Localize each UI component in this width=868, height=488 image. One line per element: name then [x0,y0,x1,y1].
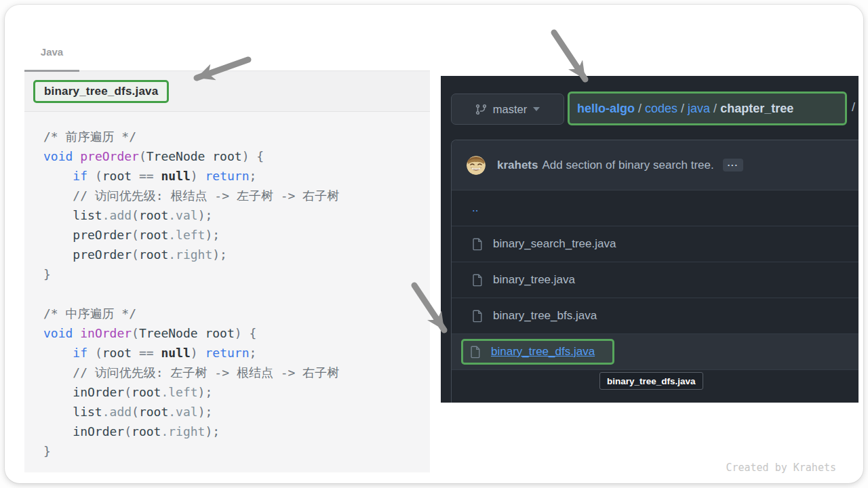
code-line: list.add(root.val); [43,205,430,225]
code-line: } [43,264,430,284]
breadcrumb-trailing-slash: / [852,100,855,115]
git-branch-icon [475,104,487,115]
code-line: /* 前序遍历 */ [43,127,430,146]
credit-text: Created by Krahets [726,462,836,474]
code-line: inOrder(root.left); [43,382,430,402]
tab-java[interactable]: Java [24,46,79,72]
filename-tooltip: binary_tree_dfs.java [599,372,703,390]
code-line: preOrder(root.left); [43,225,430,245]
code-line: preOrder(root.right); [43,245,430,264]
breadcrumb-separator: / [635,102,645,116]
code-line [43,284,430,304]
file-link[interactable]: binary_tree_bfs.java [493,309,597,323]
code-line: // 访问优先级: 根结点 -> 左子树 -> 右子树 [43,186,430,205]
code-block: /* 前序遍历 */void preOrder(TreeNode root) {… [24,112,430,472]
breadcrumb-segment-hello-algo[interactable]: hello-algo [577,102,635,116]
file-entry: binary_search_tree.java [472,237,616,251]
file-row: binary_search_tree.java [452,226,859,262]
github-file-browser: master hello-algo / codes / java / chapt… [441,76,859,403]
file-list-box: krahets Add section of binary search tre… [451,140,859,403]
file-link[interactable]: binary_tree.java [493,273,575,287]
page-card: Java binary_tree_dfs.java /* 前序遍历 */void… [5,5,863,483]
code-line: if (root == null) return; [43,343,430,363]
file-icon [470,346,481,359]
file-row: binary_tree.java [452,262,859,298]
code-tab-panel: Java binary_tree_dfs.java /* 前序遍历 */void… [24,32,430,472]
highlighted-file-box: binary_tree_dfs.java [461,339,614,365]
latest-commit-row: krahets Add section of binary search tre… [452,140,859,190]
file-icon [472,310,484,323]
file-entry: binary_tree_bfs.java [472,309,597,323]
file-icon [472,274,484,287]
file-link[interactable]: binary_search_tree.java [493,237,616,251]
file-row: binary_tree_dfs.java [452,334,859,370]
file-title-highlight: binary_tree_dfs.java [33,80,169,103]
ellipsis-icon[interactable]: ··· [723,159,743,171]
breadcrumb-separator: / [677,102,688,116]
file-row: binary_tree_bfs.java [452,298,859,334]
commit-author[interactable]: krahets [497,159,538,172]
file-link[interactable]: binary_tree_dfs.java [491,345,595,359]
code-line: list.add(root.val); [43,402,430,422]
parent-directory-row: .. [452,190,859,226]
breadcrumb-segment-codes[interactable]: codes [645,102,677,116]
code-title-bar: binary_tree_dfs.java [24,71,430,112]
code-line: void inOrder(TreeNode root) { [43,323,430,343]
code-line: // 访问优先级: 左子树 -> 根结点 -> 右子树 [43,363,430,382]
file-icon [472,238,484,251]
breadcrumb-segment-chapter_tree: chapter_tree [720,102,793,116]
breadcrumb-segment-java[interactable]: java [688,102,710,116]
code-line: } [43,441,430,461]
branch-selector[interactable]: master [451,94,564,125]
code-line: inOrder(root.right); [43,422,430,441]
breadcrumb-separator: / [710,102,720,116]
commit-message[interactable]: Add section of binary search tree. [542,159,713,172]
file-list: ..binary_search_tree.javabinary_tree.jav… [452,190,859,370]
language-tab-bar: Java [24,32,430,71]
chevron-down-icon [533,107,540,111]
avatar[interactable] [467,156,486,175]
parent-directory-link[interactable]: .. [472,201,478,215]
code-line: void preOrder(TreeNode root) { [43,146,430,166]
branch-name: master [493,103,527,116]
file-entry: binary_tree.java [472,273,575,287]
code-line: if (root == null) return; [43,166,430,186]
breadcrumb: hello-algo / codes / java / chapter_tree [568,92,847,125]
code-line: /* 中序遍历 */ [43,304,430,323]
